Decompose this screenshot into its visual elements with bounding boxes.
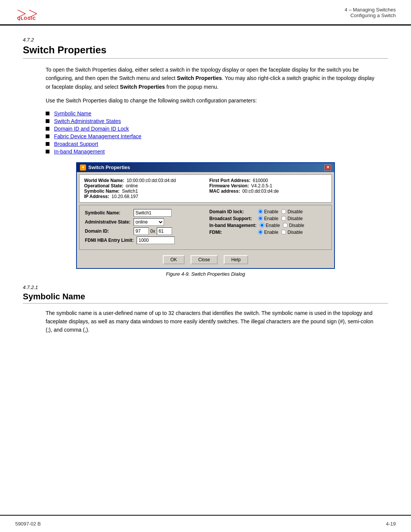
fdmi-disable-radio[interactable]	[281, 230, 286, 235]
fdmi-hba-field-row: FDMI HBA Entry Limit:	[85, 236, 202, 244]
wwn-label: World Wide Name:	[84, 178, 124, 183]
figure-caption: Figure 4-9. Switch Properties Dialog	[166, 271, 245, 277]
hex-prefix-label: 0x	[150, 228, 155, 234]
dialog-title-left: ✦ Switch Properties	[80, 165, 130, 171]
broadcast-enable-text: Enable	[264, 216, 278, 221]
broadcast-disable-radio[interactable]	[281, 216, 286, 221]
first-port-value: 610000	[253, 178, 268, 183]
fdmi-disable-label[interactable]: Disable	[281, 230, 303, 235]
domain-id-lock-enable-label[interactable]: Enable	[258, 209, 278, 214]
domain-id-input[interactable]	[134, 227, 149, 235]
dialog-button-row: OK Close Help	[77, 252, 334, 268]
page-header: QLOGIC 4 – Managing Switches Configuring…	[0, 0, 411, 26]
sym-name-info-value: Switch1	[122, 189, 138, 194]
form-right-col: Domain ID lock: Enable Disable	[209, 209, 326, 246]
list-item: In-band Management	[46, 149, 388, 155]
ip-row: IP Address: 10.20.68.197	[84, 194, 202, 199]
inband-link[interactable]: In-band Management	[54, 149, 105, 155]
inband-disable-label[interactable]: Disable	[283, 223, 304, 228]
inband-label: In-band Management:	[209, 223, 256, 228]
list-item: Broadcast Support	[46, 141, 388, 147]
broadcast-label: Broadcast Support:	[209, 216, 255, 221]
broadcast-radio-group: Enable Disable	[258, 216, 303, 221]
switch-properties-dialog: ✦ Switch Properties ✕ World Wide Name: 1…	[76, 162, 335, 269]
fdmi-radio-group: Enable Disable	[258, 230, 303, 235]
fdmi-link[interactable]: Fabric Device Management Interface	[54, 133, 142, 139]
domain-id-inputs: 0x	[134, 227, 172, 235]
broadcast-enable-radio[interactable]	[258, 216, 263, 221]
firmware-value: V4.2.0.5-1	[251, 183, 272, 189]
dialog-title-bar: ✦ Switch Properties ✕	[77, 163, 334, 172]
domain-id-lock-disable-label[interactable]: Disable	[281, 209, 303, 214]
firmware-label: Firmware Version:	[209, 183, 249, 189]
list-item: Fabric Device Management Interface	[46, 133, 388, 139]
inband-disable-text: Disable	[289, 223, 304, 228]
inband-radio-group: Enable Disable	[260, 223, 304, 228]
domain-id-hex-input[interactable]	[157, 227, 172, 235]
first-port-row: First Port Address: 610000	[209, 178, 327, 183]
domain-id-lock-enable-radio[interactable]	[258, 209, 263, 214]
wwn-value: 10:00:00:c0:dd:03:d4:dd	[127, 178, 176, 183]
bullet-icon	[46, 142, 49, 146]
admin-states-link[interactable]: Switch Administrative States	[54, 118, 121, 124]
fdmi-enable-label[interactable]: Enable	[258, 230, 278, 235]
qlogic-logo-icon: QLOGIC	[15, 7, 38, 21]
dialog-close-button[interactable]: ✕	[324, 165, 331, 171]
broadcast-link[interactable]: Broadcast Support	[54, 141, 98, 147]
bullet-icon	[46, 119, 49, 123]
fdmi-label: FDMI:	[209, 230, 255, 235]
list-item: Symbolic Name	[46, 110, 388, 117]
domain-id-lock-disable-radio[interactable]	[281, 209, 286, 214]
subsection-title: Symbolic Name	[23, 292, 388, 304]
section-title: Switch Properties	[23, 44, 388, 59]
footer-page-number: 4-19	[386, 521, 396, 527]
section-number: 4.7.2	[23, 37, 388, 43]
feature-list: Symbolic Name Switch Administrative Stat…	[46, 110, 388, 155]
ok-button[interactable]: OK	[163, 255, 185, 264]
broadcast-row: Broadcast Support: Enable Disable	[209, 216, 326, 221]
fdmi-enable-radio[interactable]	[258, 230, 263, 235]
inband-enable-label[interactable]: Enable	[260, 223, 280, 228]
fdmi-enable-text: Enable	[264, 230, 278, 235]
domain-id-lock-label: Domain ID lock:	[209, 209, 255, 214]
form-left-col: Symbolic Name: Administrative State: onl…	[85, 209, 202, 246]
admin-state-select[interactable]: online offline diagnostics	[134, 218, 164, 226]
bullet-icon	[46, 150, 49, 153]
intro-paragraph-1: To open the Switch Properties dialog, ei…	[46, 66, 381, 91]
subsection-number: 4.7.2.1	[23, 284, 388, 290]
domain-id-lock-radio-group: Enable Disable	[258, 209, 303, 214]
sym-name-field-label: Symbolic Name:	[85, 210, 131, 216]
header-chapter-info: 4 – Managing Switches Configuring a Swit…	[345, 7, 396, 18]
sym-name-input[interactable]	[134, 209, 172, 217]
fdmi-hba-input[interactable]	[137, 236, 175, 244]
help-button[interactable]: Help	[224, 255, 249, 264]
inband-row: In-band Management: Enable Disable	[209, 223, 326, 228]
broadcast-disable-label[interactable]: Disable	[281, 216, 303, 221]
first-port-label: First Port Address:	[209, 178, 250, 183]
dialog-app-icon: ✦	[80, 165, 86, 171]
domain-id-lock-disable-text: Disable	[287, 209, 303, 214]
logo-area: QLOGIC	[15, 7, 38, 21]
fdmi-disable-text: Disable	[287, 230, 303, 235]
dialog-title-text: Switch Properties	[88, 165, 130, 170]
broadcast-enable-label[interactable]: Enable	[258, 216, 278, 221]
list-item: Domain ID and Domain ID Lock	[46, 126, 388, 132]
domain-id-lock-row: Domain ID lock: Enable Disable	[209, 209, 326, 214]
op-state-row: Operational State: online	[84, 183, 202, 189]
subchapter-title: Configuring a Switch	[345, 13, 396, 18]
symbolic-name-link[interactable]: Symbolic Name	[54, 110, 91, 117]
fdmi-hba-field-label: FDMI HBA Entry Limit:	[85, 238, 134, 243]
admin-state-field-row: Administrative State: online offline dia…	[85, 218, 202, 226]
inband-disable-radio[interactable]	[283, 223, 288, 228]
domain-id-link[interactable]: Domain ID and Domain ID Lock	[54, 126, 129, 132]
admin-state-field-label: Administrative State:	[85, 219, 131, 225]
bullet-icon	[46, 127, 49, 131]
close-button[interactable]: Close	[191, 255, 218, 264]
op-state-label: Operational State:	[84, 183, 123, 189]
fdmi-row: FDMI: Enable Disable	[209, 230, 326, 235]
wwn-row: World Wide Name: 10:00:00:c0:dd:03:d4:dd	[84, 178, 202, 183]
inband-enable-radio[interactable]	[260, 223, 264, 228]
svg-text:QLOGIC: QLOGIC	[17, 16, 36, 21]
subsection-body: The symbolic name is a user-defined name…	[46, 309, 381, 334]
sym-name-info-row: Symbolic Name: Switch1	[84, 189, 202, 194]
